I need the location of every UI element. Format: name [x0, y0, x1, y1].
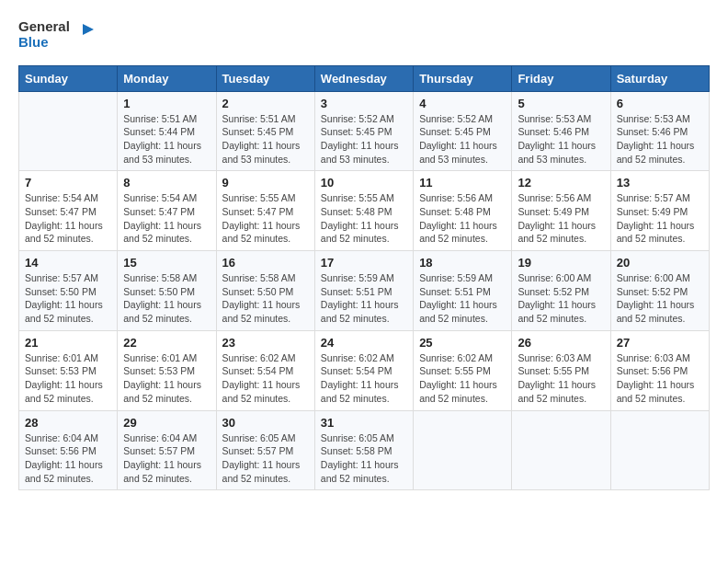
day-number: 7 — [25, 176, 111, 190]
day-number: 31 — [321, 416, 407, 430]
logo: General Blue — [18, 18, 94, 51]
day-number: 5 — [518, 97, 604, 110]
day-info: Sunrise: 6:04 AM Sunset: 5:57 PM Dayligh… — [123, 431, 210, 486]
logo-blue: Blue — [18, 34, 49, 50]
day-number: 30 — [222, 416, 309, 430]
day-info: Sunrise: 5:53 AM Sunset: 5:46 PM Dayligh… — [617, 112, 703, 167]
day-number: 1 — [123, 97, 210, 110]
calendar-cell: 31Sunrise: 6:05 AM Sunset: 5:58 PM Dayli… — [314, 410, 413, 490]
logo-text: General Blue — [18, 18, 70, 51]
day-number: 18 — [419, 256, 506, 270]
day-info: Sunrise: 5:55 AM Sunset: 5:47 PM Dayligh… — [222, 191, 309, 246]
calendar-cell: 7Sunrise: 5:54 AM Sunset: 5:47 PM Daylig… — [19, 171, 118, 251]
calendar-cell: 4Sunrise: 5:52 AM Sunset: 5:45 PM Daylig… — [414, 91, 512, 171]
day-number: 15 — [123, 256, 210, 270]
day-number: 20 — [617, 256, 703, 270]
logo-general: General — [18, 18, 70, 34]
day-info: Sunrise: 5:56 AM Sunset: 5:49 PM Dayligh… — [518, 191, 604, 246]
day-number: 3 — [321, 97, 407, 110]
calendar-cell — [19, 91, 118, 171]
day-number: 11 — [419, 176, 506, 190]
day-info: Sunrise: 5:57 AM Sunset: 5:49 PM Dayligh… — [617, 191, 703, 246]
header-day-wednesday: Wednesday — [314, 65, 413, 91]
calendar-cell: 18Sunrise: 5:59 AM Sunset: 5:51 PM Dayli… — [414, 251, 512, 331]
calendar-cell: 30Sunrise: 6:05 AM Sunset: 5:57 PM Dayli… — [216, 410, 314, 490]
week-row-1: 1Sunrise: 5:51 AM Sunset: 5:44 PM Daylig… — [19, 91, 710, 171]
day-number: 14 — [25, 256, 111, 270]
page-header: General Blue — [18, 18, 710, 51]
calendar-cell: 26Sunrise: 6:03 AM Sunset: 5:55 PM Dayli… — [512, 330, 610, 410]
svg-marker-0 — [83, 24, 94, 35]
calendar-cell: 22Sunrise: 6:01 AM Sunset: 5:53 PM Dayli… — [118, 330, 216, 410]
calendar-cell: 11Sunrise: 5:56 AM Sunset: 5:48 PM Dayli… — [414, 171, 512, 251]
day-info: Sunrise: 6:05 AM Sunset: 5:57 PM Dayligh… — [222, 431, 309, 486]
calendar-cell: 25Sunrise: 6:02 AM Sunset: 5:55 PM Dayli… — [414, 330, 512, 410]
day-info: Sunrise: 5:59 AM Sunset: 5:51 PM Dayligh… — [419, 271, 506, 326]
calendar-cell: 19Sunrise: 6:00 AM Sunset: 5:52 PM Dayli… — [512, 251, 610, 331]
logo-arrow-icon — [74, 24, 94, 44]
day-number: 4 — [419, 97, 506, 110]
calendar-cell — [512, 410, 610, 490]
day-number: 9 — [222, 176, 309, 190]
calendar-cell: 15Sunrise: 5:58 AM Sunset: 5:50 PM Dayli… — [118, 251, 216, 331]
day-number: 26 — [518, 336, 604, 350]
day-info: Sunrise: 5:52 AM Sunset: 5:45 PM Dayligh… — [321, 112, 407, 167]
day-info: Sunrise: 5:51 AM Sunset: 5:45 PM Dayligh… — [222, 112, 309, 167]
calendar-cell: 24Sunrise: 6:02 AM Sunset: 5:54 PM Dayli… — [314, 330, 413, 410]
day-info: Sunrise: 6:01 AM Sunset: 5:53 PM Dayligh… — [123, 351, 210, 406]
header-row: SundayMondayTuesdayWednesdayThursdayFrid… — [19, 65, 710, 91]
day-info: Sunrise: 6:03 AM Sunset: 5:55 PM Dayligh… — [518, 351, 604, 406]
day-number: 2 — [222, 97, 309, 110]
day-info: Sunrise: 5:57 AM Sunset: 5:50 PM Dayligh… — [25, 271, 111, 326]
calendar-cell: 9Sunrise: 5:55 AM Sunset: 5:47 PM Daylig… — [216, 171, 314, 251]
calendar-cell: 3Sunrise: 5:52 AM Sunset: 5:45 PM Daylig… — [314, 91, 413, 171]
day-info: Sunrise: 5:58 AM Sunset: 5:50 PM Dayligh… — [222, 271, 309, 326]
week-row-4: 21Sunrise: 6:01 AM Sunset: 5:53 PM Dayli… — [19, 330, 710, 410]
calendar-cell — [610, 410, 709, 490]
day-number: 12 — [518, 176, 604, 190]
header-day-tuesday: Tuesday — [216, 65, 314, 91]
day-info: Sunrise: 5:52 AM Sunset: 5:45 PM Dayligh… — [419, 112, 506, 167]
day-info: Sunrise: 5:56 AM Sunset: 5:48 PM Dayligh… — [419, 191, 506, 246]
day-number: 29 — [123, 416, 210, 430]
calendar-cell: 1Sunrise: 5:51 AM Sunset: 5:44 PM Daylig… — [118, 91, 216, 171]
calendar-cell: 14Sunrise: 5:57 AM Sunset: 5:50 PM Dayli… — [19, 251, 118, 331]
day-info: Sunrise: 6:04 AM Sunset: 5:56 PM Dayligh… — [25, 431, 111, 486]
day-number: 22 — [123, 336, 210, 350]
day-info: Sunrise: 5:55 AM Sunset: 5:48 PM Dayligh… — [321, 191, 407, 246]
week-row-3: 14Sunrise: 5:57 AM Sunset: 5:50 PM Dayli… — [19, 251, 710, 331]
day-info: Sunrise: 6:02 AM Sunset: 5:55 PM Dayligh… — [419, 351, 506, 406]
calendar-cell: 10Sunrise: 5:55 AM Sunset: 5:48 PM Dayli… — [314, 171, 413, 251]
day-number: 6 — [617, 97, 703, 110]
calendar-cell: 2Sunrise: 5:51 AM Sunset: 5:45 PM Daylig… — [216, 91, 314, 171]
day-number: 17 — [321, 256, 407, 270]
calendar-cell: 27Sunrise: 6:03 AM Sunset: 5:56 PM Dayli… — [610, 330, 709, 410]
day-number: 28 — [25, 416, 111, 430]
calendar-cell: 29Sunrise: 6:04 AM Sunset: 5:57 PM Dayli… — [118, 410, 216, 490]
calendar-cell: 20Sunrise: 6:00 AM Sunset: 5:52 PM Dayli… — [610, 251, 709, 331]
calendar-cell: 21Sunrise: 6:01 AM Sunset: 5:53 PM Dayli… — [19, 330, 118, 410]
day-info: Sunrise: 5:51 AM Sunset: 5:44 PM Dayligh… — [123, 112, 210, 167]
day-info: Sunrise: 5:54 AM Sunset: 5:47 PM Dayligh… — [25, 191, 111, 246]
day-info: Sunrise: 6:03 AM Sunset: 5:56 PM Dayligh… — [617, 351, 703, 406]
day-info: Sunrise: 5:59 AM Sunset: 5:51 PM Dayligh… — [321, 271, 407, 326]
week-row-5: 28Sunrise: 6:04 AM Sunset: 5:56 PM Dayli… — [19, 410, 710, 490]
week-row-2: 7Sunrise: 5:54 AM Sunset: 5:47 PM Daylig… — [19, 171, 710, 251]
calendar-cell: 13Sunrise: 5:57 AM Sunset: 5:49 PM Dayli… — [610, 171, 709, 251]
day-number: 19 — [518, 256, 604, 270]
calendar-cell: 5Sunrise: 5:53 AM Sunset: 5:46 PM Daylig… — [512, 91, 610, 171]
day-info: Sunrise: 6:02 AM Sunset: 5:54 PM Dayligh… — [321, 351, 407, 406]
calendar-cell: 16Sunrise: 5:58 AM Sunset: 5:50 PM Dayli… — [216, 251, 314, 331]
header-day-monday: Monday — [118, 65, 216, 91]
header-day-sunday: Sunday — [19, 65, 118, 91]
day-number: 25 — [419, 336, 506, 350]
calendar-cell: 6Sunrise: 5:53 AM Sunset: 5:46 PM Daylig… — [610, 91, 709, 171]
day-number: 27 — [617, 336, 703, 350]
header-day-friday: Friday — [512, 65, 610, 91]
day-info: Sunrise: 6:00 AM Sunset: 5:52 PM Dayligh… — [518, 271, 604, 326]
day-number: 23 — [222, 336, 309, 350]
day-number: 16 — [222, 256, 309, 270]
day-info: Sunrise: 5:53 AM Sunset: 5:46 PM Dayligh… — [518, 112, 604, 167]
day-info: Sunrise: 6:00 AM Sunset: 5:52 PM Dayligh… — [617, 271, 703, 326]
day-info: Sunrise: 6:02 AM Sunset: 5:54 PM Dayligh… — [222, 351, 309, 406]
